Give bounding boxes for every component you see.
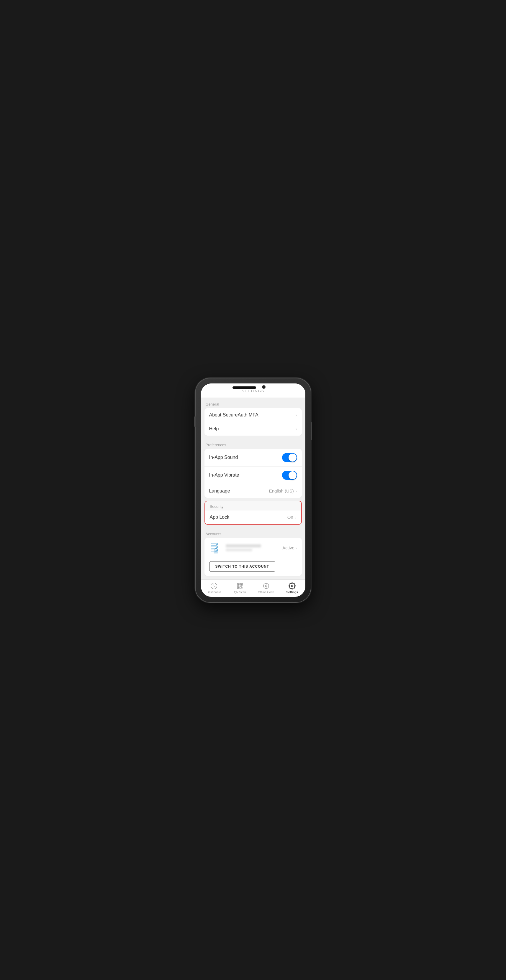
general-group: About SecureAuth MFA › Help ›	[204, 408, 302, 436]
volume-button	[194, 417, 196, 427]
phone-device: SETTINGS General About SecureAuth MFA › …	[196, 378, 311, 602]
about-label: About SecureAuth MFA	[209, 412, 259, 418]
language-chevron: ›	[295, 489, 297, 493]
screen-content: SETTINGS General About SecureAuth MFA › …	[201, 383, 305, 579]
app-lock-value-group: On ›	[287, 515, 297, 520]
security-section-label: Security	[205, 501, 301, 511]
svg-rect-13	[238, 587, 239, 588]
settings-icon	[288, 582, 296, 590]
power-button	[311, 422, 312, 440]
app-lock-row[interactable]: App Lock On ›	[205, 511, 301, 524]
app-lock-chevron: ›	[295, 515, 297, 520]
in-app-sound-label: In-App Sound	[209, 455, 238, 460]
accounts-section-label: Accounts	[201, 528, 305, 538]
security-section: Security App Lock On ›	[204, 501, 302, 525]
in-app-vibrate-toggle[interactable]	[282, 471, 297, 480]
tab-settings[interactable]: Settings	[279, 582, 305, 594]
switch-to-account-button[interactable]: SWITCH TO THIS ACCOUNT	[209, 561, 276, 572]
tab-qr-scan[interactable]: QR Scan	[227, 582, 253, 594]
dashboard-icon	[210, 582, 218, 590]
tab-qr-scan-label: QR Scan	[234, 591, 246, 594]
in-app-vibrate-label: In-App Vibrate	[209, 473, 239, 478]
svg-rect-12	[241, 584, 242, 585]
language-value: English (US)	[269, 488, 294, 493]
tab-offline-code[interactable]: Offline Code	[253, 582, 279, 594]
settings-title: SETTINGS	[242, 389, 264, 393]
account-info	[226, 544, 279, 551]
help-chevron: ›	[295, 426, 297, 431]
app-lock-label: App Lock	[210, 515, 230, 520]
svg-point-18	[291, 585, 293, 587]
settings-header: SETTINGS	[201, 383, 305, 398]
offline-icon	[262, 582, 270, 590]
preferences-section-label: Preferences	[201, 439, 305, 449]
phone-speaker	[233, 387, 256, 389]
in-app-vibrate-row: In-App Vibrate	[204, 466, 302, 484]
tab-offline-code-label: Offline Code	[258, 591, 274, 594]
switch-button-row: SWITCH TO THIS ACCOUNT	[204, 558, 302, 576]
phone-screen: SETTINGS General About SecureAuth MFA › …	[201, 383, 305, 597]
qr-icon	[236, 582, 244, 590]
language-label: Language	[209, 488, 230, 494]
help-label: Help	[209, 426, 219, 431]
svg-point-3	[215, 544, 217, 545]
svg-point-7	[215, 551, 216, 552]
phone-camera	[262, 385, 265, 389]
svg-point-4	[215, 547, 217, 547]
account-status-chevron: ›	[295, 546, 297, 550]
accounts-group: Active › SWITCH TO THIS ACCOUNT	[204, 538, 302, 576]
account-row[interactable]: Active ›	[204, 538, 302, 558]
toggle-knob-2	[289, 471, 297, 479]
help-row[interactable]: Help ›	[204, 422, 302, 436]
tab-bar: Dashboard QR Scan	[201, 579, 305, 597]
svg-point-15	[265, 585, 267, 587]
in-app-sound-toggle[interactable]	[282, 453, 297, 462]
general-section-label: General	[201, 398, 305, 408]
tab-settings-label: Settings	[286, 591, 298, 594]
in-app-sound-row: In-App Sound	[204, 449, 302, 466]
security-group: App Lock On ›	[205, 511, 301, 524]
toggle-knob	[289, 453, 297, 461]
tab-dashboard-label: Dashboard	[206, 591, 221, 594]
preferences-group: In-App Sound In-App Vibrate Language Eng…	[204, 449, 302, 498]
about-chevron: ›	[295, 413, 297, 417]
account-status-group: Active ›	[283, 545, 297, 550]
account-detail-blurred	[226, 549, 252, 551]
account-name-blurred	[226, 544, 261, 547]
language-value-group: English (US) ›	[269, 488, 297, 493]
account-icon	[209, 541, 222, 554]
about-row[interactable]: About SecureAuth MFA ›	[204, 408, 302, 422]
language-row[interactable]: Language English (US) ›	[204, 484, 302, 498]
tab-dashboard[interactable]: Dashboard	[201, 582, 227, 594]
account-status-text: Active	[283, 545, 294, 550]
svg-rect-11	[238, 584, 239, 585]
app-lock-value: On	[287, 515, 293, 520]
